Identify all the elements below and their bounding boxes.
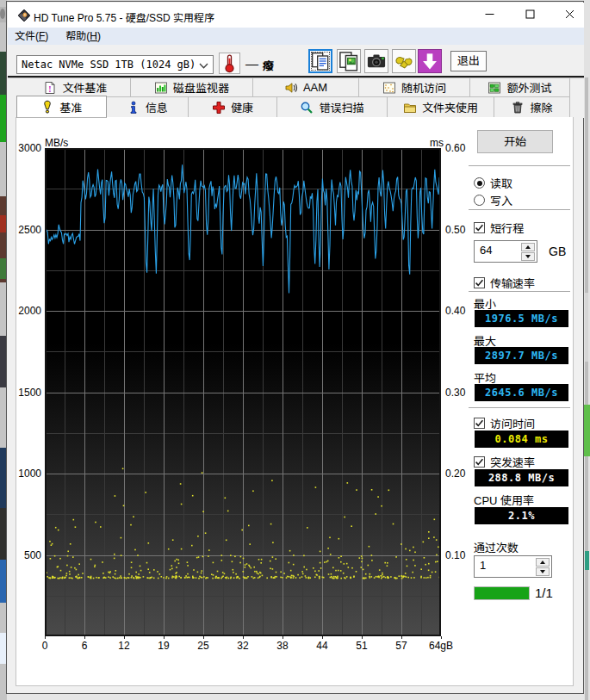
minimize-button[interactable]	[469, 3, 509, 28]
access-time-checkbox-row[interactable]: 访问时间	[474, 415, 535, 431]
tab-信息[interactable]: 信息	[107, 97, 189, 118]
tab-额外测试[interactable]: 额外测试	[470, 78, 570, 97]
tab-label: 额外测试	[506, 79, 551, 96]
tab-row-1: !文件基准磁盘监视器AAM随机访问额外测试	[8, 77, 584, 97]
y-right-tick-label: 0.40	[445, 305, 465, 317]
burst-rate-checkbox-row[interactable]: 突发速率	[474, 454, 535, 470]
pass-count-label: 通过次数	[474, 539, 519, 555]
progress-bar	[474, 586, 530, 600]
temperature-unit: 癈	[263, 57, 274, 73]
short-stroke-size-value: 64	[480, 244, 492, 257]
y-right-tick-label: 0.20	[445, 468, 465, 480]
menu-item-help[interactable]: 帮助(H)	[59, 28, 107, 45]
radio-read-circle[interactable]	[474, 177, 485, 189]
copy-image-icon	[338, 50, 360, 72]
y-axis-right-unit: ms	[430, 137, 444, 149]
x-tick-label: 51	[356, 640, 367, 652]
tab-磁盘监视器[interactable]: 磁盘监视器	[131, 78, 253, 97]
file-benchmark-icon: !	[43, 81, 57, 95]
tab-文件夹使用[interactable]: 文件夹使用	[388, 97, 494, 118]
desktop-fragment	[0, 9, 5, 19]
transfer-rate-checkbox[interactable]	[474, 277, 485, 288]
copy-image-button[interactable]	[337, 49, 361, 73]
tab-row-2: 基准信息健康错误扫描文件夹使用擦除	[8, 97, 584, 118]
radio-read[interactable]: 读取	[474, 175, 512, 191]
access-time-label: 访问时间	[490, 415, 535, 431]
separator	[469, 407, 570, 408]
x-tick-label: 0	[42, 640, 48, 652]
radio-read-label: 读取	[490, 175, 512, 191]
y-left-tick-label: 2000	[16, 305, 41, 317]
radio-write-circle[interactable]	[474, 195, 485, 206]
start-button[interactable]: 开始	[477, 130, 553, 153]
temperature-button[interactable]	[219, 53, 240, 74]
burst-rate-display: 288.8 MB/s	[475, 469, 568, 486]
exit-button[interactable]: 退出	[450, 51, 487, 71]
short-stroke-label: 短行程	[490, 220, 524, 236]
spin-up-button[interactable]	[536, 558, 550, 567]
separator	[469, 165, 570, 166]
short-stroke-checkbox[interactable]	[474, 222, 485, 233]
svg-text:!: !	[49, 84, 52, 93]
desktop-edge-right	[584, 0, 590, 700]
speaker-icon	[284, 81, 298, 95]
tab-label: 基准	[59, 99, 82, 115]
x-tick-label: 19	[158, 640, 169, 652]
spin-down-button[interactable]	[521, 252, 535, 261]
tab-错误扫描[interactable]: 错误扫描	[277, 97, 388, 118]
chevron-down-icon[interactable]	[199, 59, 208, 71]
tab-随机访问[interactable]: 随机访问	[359, 78, 470, 97]
avg-value-display: 2645.6 MB/s	[475, 384, 568, 401]
x-tick-mark	[203, 636, 204, 639]
pass-count-input[interactable]: 1	[474, 555, 552, 578]
x-tick-label: 38	[276, 640, 288, 652]
spin-up-button[interactable]	[521, 243, 535, 251]
y-left-tick-label: 1500	[16, 387, 41, 399]
close-button[interactable]	[550, 3, 589, 28]
x-tick-label: 25	[197, 640, 208, 652]
save-results-button[interactable]	[418, 49, 442, 73]
progress-fill	[475, 587, 529, 599]
y-right-tick-label: 0.60	[445, 142, 465, 154]
x-tick-label: 44	[316, 640, 327, 652]
separator	[469, 291, 570, 292]
minimize-icon	[485, 9, 494, 22]
x-tick-mark	[164, 636, 165, 639]
camera-icon	[365, 50, 388, 72]
info-icon	[127, 101, 140, 115]
transfer-rate-label: 传输速率	[490, 275, 535, 291]
menu-bar: 文件(F) 帮助(H)	[8, 28, 584, 45]
tab-文件基准[interactable]: !文件基准	[21, 78, 131, 97]
title-bar: HD Tune Pro 5.75 - 硬盘/SSD 实用程序	[8, 3, 584, 28]
tab-擦除[interactable]: 擦除	[494, 97, 570, 118]
separator	[469, 209, 570, 210]
maximize-button[interactable]	[510, 3, 550, 28]
x-tick-mark	[362, 636, 363, 639]
x-tick-mark	[401, 636, 402, 639]
short-stroke-size-input[interactable]: 64	[474, 240, 537, 263]
tab-健康[interactable]: 健康	[189, 97, 277, 118]
disk-monitor-icon	[154, 81, 168, 95]
burst-rate-checkbox[interactable]	[474, 456, 485, 468]
y-left-tick-label: 1000	[16, 468, 41, 480]
tab-label: 擦除	[530, 99, 552, 115]
transfer-rate-checkbox-row[interactable]: 传输速率	[474, 275, 535, 291]
tab-label: AAM	[303, 81, 327, 94]
copy-text-button[interactable]	[308, 49, 332, 73]
menu-item-file[interactable]: 文件(F)	[9, 28, 54, 45]
tab-AAM[interactable]: AAM	[253, 78, 359, 97]
tab-基准[interactable]: 基准	[16, 96, 107, 118]
tab-label: 错误扫描	[319, 99, 363, 115]
screenshot-button[interactable]	[364, 49, 388, 73]
radio-write[interactable]: 写入	[474, 192, 512, 208]
progress-label: 1/1	[535, 585, 553, 600]
x-tick-label: 64gB	[429, 640, 453, 652]
tab-label: 文件基准	[62, 79, 107, 96]
access-time-checkbox[interactable]	[474, 418, 485, 429]
x-tick-mark	[322, 636, 323, 639]
spin-down-button[interactable]	[536, 567, 550, 576]
device-select[interactable]: Netac NVMe SSD 1TB (1024 gB)	[16, 55, 214, 74]
desktop: {"window":{"title":"HD Tune Pro 5.75 - 硬…	[0, 0, 590, 700]
options-button[interactable]	[392, 49, 416, 73]
short-stroke-checkbox-row[interactable]: 短行程	[474, 220, 524, 236]
